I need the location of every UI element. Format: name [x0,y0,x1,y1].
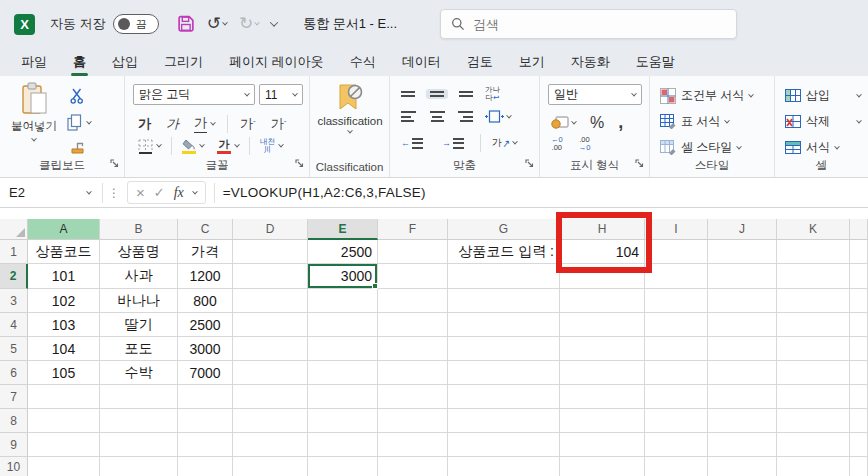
format-painter-button[interactable] [66,138,89,158]
row-header-9[interactable]: 9 [0,433,28,457]
copy-button[interactable] [64,112,94,133]
cell-C2[interactable]: 1200 [178,264,233,289]
cell-E10[interactable] [308,457,378,476]
classification-button[interactable]: classification [316,84,384,134]
cell-I3[interactable] [645,289,708,313]
cell-A7[interactable] [28,385,100,409]
delete-cells-button[interactable]: 삭제 [785,113,861,130]
cell-A6[interactable]: 105 [28,361,100,385]
row-header-5[interactable]: 5 [0,337,28,361]
tab-review[interactable]: 검토 [454,48,506,76]
cell-F2[interactable] [378,264,448,289]
cell-E1[interactable]: 2500 [308,240,378,264]
column-header-B[interactable]: B [100,219,178,240]
cell-A9[interactable] [28,433,100,457]
cell-C10[interactable] [178,457,233,476]
cell-I5[interactable] [645,337,708,361]
row-header-4[interactable]: 4 [0,313,28,337]
cell-J10[interactable] [708,457,777,476]
cell-B10[interactable] [100,457,178,476]
align-center-button[interactable] [426,109,448,124]
cell-B7[interactable] [100,385,178,409]
cut-button[interactable] [66,86,88,106]
cell-C6[interactable]: 7000 [178,361,233,385]
cell-F7[interactable] [378,385,448,409]
increase-decimal-button[interactable]: ←0 .00 [548,134,566,154]
row-header-8[interactable]: 8 [0,409,28,433]
autosave-toggle[interactable]: 끔 [113,14,159,34]
cell-H8[interactable] [560,409,645,433]
cell-G8[interactable] [448,409,560,433]
cell-G3[interactable] [448,289,560,313]
tab-view[interactable]: 보기 [506,48,558,76]
formula-bar-resize-handle[interactable]: ⋮ [108,186,120,200]
cell-D8[interactable] [233,409,308,433]
cell-J5[interactable] [708,337,777,361]
cell-E4[interactable] [308,313,378,337]
cell-B3[interactable]: 바나나 [100,289,178,313]
formula-input[interactable]: =VLOOKUP(H1,A2:C6,3,FALSE) [223,185,426,200]
bold-button[interactable]: 가 [135,113,154,135]
tab-home[interactable]: 홈 [60,48,99,76]
cell-D3[interactable] [233,289,308,313]
cell-C1[interactable]: 가격 [178,240,233,264]
cell-F8[interactable] [378,409,448,433]
redo-button[interactable]: ↻ [235,13,263,35]
cell-I4[interactable] [645,313,708,337]
increase-indent-button[interactable]: → [439,136,472,151]
increase-font-button[interactable]: 가ˆ [237,113,259,135]
row-header-2[interactable]: 2 [0,264,28,289]
comma-style-button[interactable]: , [615,110,626,135]
cell-D10[interactable] [233,457,308,476]
cell-F10[interactable] [378,457,448,476]
column-header-I[interactable]: I [645,219,708,240]
cell-H7[interactable] [560,385,645,409]
conditional-formatting-button[interactable]: 조건부 서식 [660,87,753,104]
column-header-G[interactable]: G [448,219,560,240]
cell-H5[interactable] [560,337,645,361]
decrease-font-button[interactable]: 가ˇ [268,113,290,135]
paste-button[interactable]: 붙여넣기 [8,82,60,142]
cell-E7[interactable] [308,385,378,409]
cell-B5[interactable]: 포도 [100,337,178,361]
insert-function-button[interactable]: fx [174,185,184,201]
cell-G6[interactable] [448,361,560,385]
align-bottom-button[interactable] [454,89,476,100]
cell-I2[interactable] [645,264,708,289]
tab-data[interactable]: 데이터 [389,48,454,76]
cell-B4[interactable]: 딸기 [100,313,178,337]
select-all-corner[interactable] [0,219,28,240]
cell-F4[interactable] [378,313,448,337]
format-cells-button[interactable]: 서식 [785,139,839,156]
cell-I9[interactable] [645,433,708,457]
alignment-dialog-launcher-icon[interactable] [525,154,534,172]
cell-E2[interactable]: 3000 [308,264,378,289]
merge-center-button[interactable] [482,108,514,125]
tab-automate[interactable]: 자동화 [558,48,623,76]
accounting-format-button[interactable] [548,114,579,131]
font-color-button[interactable]: 가 [214,137,242,156]
cell-C7[interactable] [178,385,233,409]
cell-G9[interactable] [448,433,560,457]
rotate-text-button[interactable]: 가 ↗ [489,134,520,152]
italic-button[interactable]: 가 [163,113,182,135]
cell-H3[interactable] [560,289,645,313]
column-header-D[interactable]: D [233,219,308,240]
cell-H2[interactable] [560,264,645,289]
cell-D2[interactable] [233,264,308,289]
cell-H9[interactable] [560,433,645,457]
cell-D7[interactable] [233,385,308,409]
row-header-3[interactable]: 3 [0,289,28,313]
cell-H4[interactable] [560,313,645,337]
column-header-H[interactable]: H [560,219,645,240]
cell-K9[interactable] [777,433,850,457]
percent-style-button[interactable]: % [587,112,607,134]
cell-D9[interactable] [233,433,308,457]
underline-button[interactable]: 가 [191,112,218,135]
cell-G5[interactable] [448,337,560,361]
cell-K4[interactable] [777,313,850,337]
enter-button[interactable]: ✓ [154,185,165,200]
cell-K7[interactable] [777,385,850,409]
cell-G10[interactable] [448,457,560,476]
cell-K6[interactable] [777,361,850,385]
